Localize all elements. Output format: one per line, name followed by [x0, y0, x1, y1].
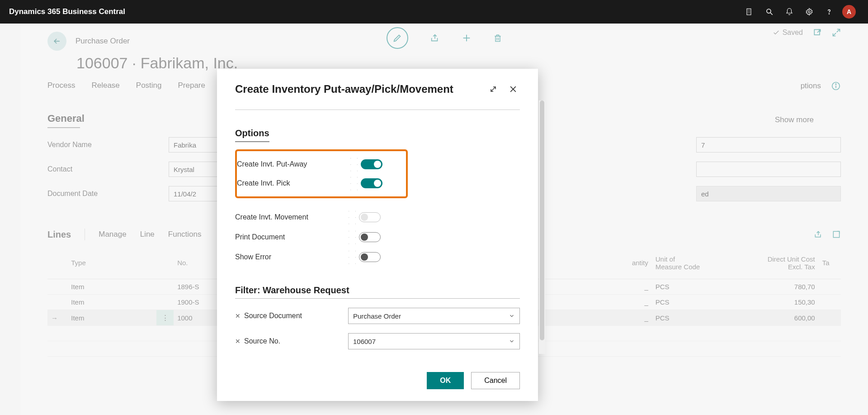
breadcrumb: Purchase Order [75, 37, 130, 46]
svg-line-22 [833, 33, 836, 36]
col-ta[interactable]: Ta [819, 247, 841, 279]
close-icon[interactable] [506, 82, 520, 96]
row-menu-icon[interactable]: ⋮ [156, 310, 174, 326]
svg-point-7 [767, 9, 771, 13]
header-right-actions: Saved [773, 28, 841, 37]
cell-type: Item [67, 279, 156, 295]
tab-options-cut[interactable]: ptions [801, 81, 821, 91]
lines-functions[interactable]: Functions [168, 230, 202, 239]
maximize-icon[interactable] [486, 82, 500, 96]
help-icon[interactable] [819, 0, 839, 24]
filter-source-document: ✕ Source Document Purchase Order [235, 308, 520, 324]
edit-button[interactable] [387, 27, 408, 49]
highlighted-toggles: Create Invt. Put-Away · · · · · · Create… [235, 149, 408, 198]
lines-share-icon[interactable] [814, 230, 823, 239]
right-cut-input-1[interactable] [696, 137, 841, 153]
source-no-label: Source No. [244, 337, 348, 345]
options-section-heading: Options [235, 128, 269, 142]
svg-point-9 [808, 11, 811, 13]
svg-line-8 [770, 13, 773, 15]
svg-line-28 [491, 87, 495, 91]
user-avatar[interactable]: A [839, 0, 859, 24]
cell-uom: PCS [652, 279, 730, 295]
cell-type: Item [67, 295, 156, 310]
source-document-label: Source Document [244, 312, 348, 320]
saved-label: Saved [783, 29, 803, 37]
print-label: Print Document [235, 233, 348, 241]
col-type[interactable]: Type [67, 247, 156, 279]
cell-qty: _ [607, 295, 651, 310]
topbar: Dynamics 365 Business Central A [0, 0, 868, 24]
cell-cost: 780,70 [730, 279, 819, 295]
source-no-select[interactable]: 106007 [348, 333, 520, 349]
chevron-down-icon [509, 313, 515, 319]
svg-point-10 [829, 14, 829, 14]
modal-footer: OK Cancel [235, 372, 520, 389]
modal-scrollbar[interactable] [539, 100, 545, 354]
right-cut-input-2 [696, 186, 841, 201]
info-icon[interactable] [831, 81, 841, 91]
cancel-button[interactable]: Cancel [471, 372, 520, 389]
cell-qty: _ [607, 310, 651, 326]
center-actions [387, 27, 502, 49]
svg-rect-15 [495, 36, 500, 42]
settings-icon[interactable] [799, 0, 819, 24]
svg-rect-19 [814, 29, 820, 35]
delete-icon[interactable] [493, 33, 502, 43]
remove-filter-icon[interactable]: ✕ [235, 312, 241, 320]
toggle-row-pick: Create Invt. Pick · · · · · · [237, 174, 399, 193]
tab-posting[interactable]: Posting [136, 81, 162, 91]
back-button[interactable] [47, 32, 66, 51]
new-icon[interactable] [462, 33, 472, 43]
app-title: Dynamics 365 Business Central [9, 7, 125, 16]
remove-filter-icon[interactable]: ✕ [235, 338, 241, 345]
collapse-icon[interactable] [832, 28, 841, 37]
office-icon[interactable] [740, 0, 760, 24]
col-uom[interactable]: Unit of Measure Code [652, 247, 730, 279]
share-icon[interactable] [430, 33, 440, 43]
source-document-select[interactable]: Purchase Order [348, 308, 520, 324]
toggle-row-show-error: Show Error · · · · · · [235, 247, 520, 267]
svg-point-25 [835, 84, 836, 84]
tab-process[interactable]: Process [47, 81, 75, 91]
pick-toggle[interactable] [361, 178, 382, 188]
lines-manage[interactable]: Manage [99, 230, 126, 239]
put-away-toggle[interactable] [361, 159, 382, 169]
show-error-toggle[interactable] [359, 252, 381, 262]
search-icon[interactable] [760, 0, 779, 24]
source-document-value: Purchase Order [353, 312, 401, 320]
movement-label: Create Invt. Movement [235, 213, 348, 221]
modal-title: Create Inventory Put-away/Pick/Movement [235, 83, 453, 95]
svg-line-21 [837, 29, 840, 33]
ok-button[interactable]: OK [427, 372, 464, 389]
right-cut-input-blank[interactable] [696, 162, 841, 177]
print-toggle[interactable] [359, 232, 381, 242]
vendor-name-label: Vendor Name [47, 141, 165, 149]
toggle-row-movement: Create Invt. Movement · · · · · · [235, 207, 520, 227]
create-inventory-dialog: Create Inventory Put-away/Pick/Movement … [217, 69, 538, 401]
modal-header: Create Inventory Put-away/Pick/Movement [235, 82, 520, 96]
saved-indicator: Saved [773, 29, 803, 37]
lines-expand-icon[interactable] [832, 230, 841, 239]
col-quantity[interactable]: antity [607, 247, 651, 279]
cell-qty: _ [607, 279, 651, 295]
movement-toggle[interactable] [359, 212, 381, 222]
lines-heading: Lines [47, 229, 71, 240]
tab-prepare[interactable]: Prepare [178, 81, 205, 91]
open-externally-icon[interactable] [813, 28, 822, 37]
document-date-label: Document Date [47, 190, 165, 198]
svg-rect-27 [833, 231, 839, 237]
show-error-label: Show Error [235, 253, 348, 261]
notifications-icon[interactable] [779, 0, 799, 24]
col-unit-cost[interactable]: Direct Unit Cost Excl. Tax [730, 247, 819, 279]
chevron-down-icon [509, 338, 515, 344]
filter-section-heading: Filter: Warehouse Request [235, 285, 520, 299]
page-wrapper: Purchase Order Saved [0, 24, 868, 415]
svg-rect-0 [747, 9, 751, 15]
toggle-row-put-away: Create Invt. Put-Away · · · · · · [237, 155, 399, 174]
avatar-initial: A [842, 5, 856, 19]
lines-line[interactable]: Line [140, 230, 155, 239]
show-more-link[interactable]: Show more [775, 115, 814, 124]
tab-release[interactable]: Release [91, 81, 119, 91]
put-away-label: Create Invt. Put-Away [237, 160, 350, 168]
